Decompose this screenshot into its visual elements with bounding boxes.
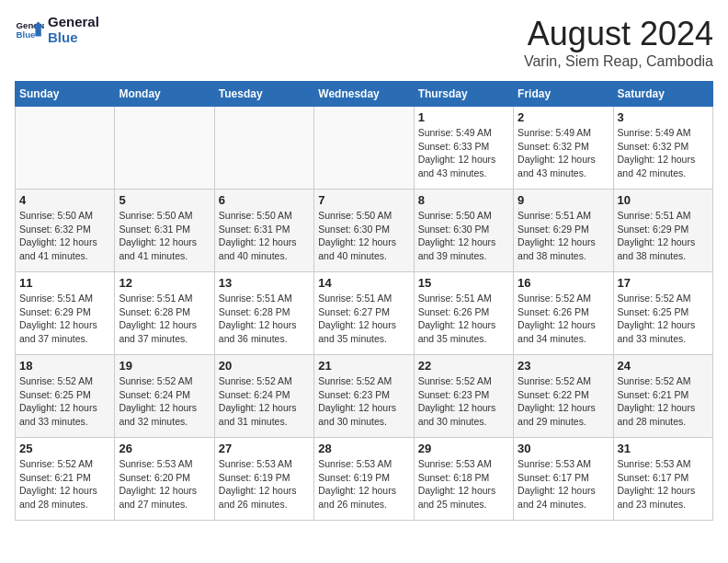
- day-number: 8: [418, 193, 509, 207]
- calendar-cell: 17Sunrise: 5:52 AMSunset: 6:25 PMDayligh…: [613, 272, 712, 355]
- calendar-cell: 9Sunrise: 5:51 AMSunset: 6:29 PMDaylight…: [514, 190, 613, 272]
- calendar-header-wednesday: Wednesday: [314, 82, 414, 107]
- day-number: 25: [19, 442, 110, 455]
- calendar-cell: 20Sunrise: 5:52 AMSunset: 6:24 PMDayligh…: [214, 355, 313, 438]
- day-number: 18: [19, 359, 110, 373]
- day-info: Sunrise: 5:52 AMSunset: 6:25 PMDaylight:…: [618, 292, 709, 346]
- day-number: 30: [518, 442, 609, 455]
- day-number: 17: [618, 276, 709, 290]
- day-info: Sunrise: 5:51 AMSunset: 6:29 PMDaylight:…: [19, 292, 110, 346]
- day-number: 26: [119, 442, 210, 455]
- day-info: Sunrise: 5:53 AMSunset: 6:20 PMDaylight:…: [119, 457, 210, 511]
- day-info: Sunrise: 5:50 AMSunset: 6:30 PMDaylight:…: [418, 209, 509, 263]
- calendar-cell: 25Sunrise: 5:52 AMSunset: 6:21 PMDayligh…: [16, 438, 115, 521]
- day-info: Sunrise: 5:52 AMSunset: 6:26 PMDaylight:…: [518, 292, 609, 346]
- day-info: Sunrise: 5:52 AMSunset: 6:21 PMDaylight:…: [19, 457, 110, 511]
- day-info: Sunrise: 5:51 AMSunset: 6:26 PMDaylight:…: [418, 292, 509, 346]
- calendar-cell: 19Sunrise: 5:52 AMSunset: 6:24 PMDayligh…: [115, 355, 214, 438]
- day-number: 29: [418, 442, 509, 455]
- day-number: 2: [518, 110, 609, 124]
- logo-line2: Blue: [48, 30, 99, 46]
- day-number: 23: [518, 359, 609, 373]
- day-info: Sunrise: 5:52 AMSunset: 6:24 PMDaylight:…: [219, 374, 310, 429]
- day-number: 15: [418, 276, 509, 290]
- calendar-cell: 16Sunrise: 5:52 AMSunset: 6:26 PMDayligh…: [514, 272, 613, 355]
- day-info: Sunrise: 5:49 AMSunset: 6:33 PMDaylight:…: [418, 126, 509, 180]
- calendar-week-row: 1Sunrise: 5:49 AMSunset: 6:33 PMDaylight…: [16, 107, 713, 190]
- day-number: 11: [19, 276, 110, 290]
- day-number: 12: [119, 276, 210, 290]
- day-number: 20: [219, 359, 310, 373]
- day-info: Sunrise: 5:53 AMSunset: 6:19 PMDaylight:…: [219, 457, 310, 511]
- calendar-cell: 11Sunrise: 5:51 AMSunset: 6:29 PMDayligh…: [16, 272, 115, 355]
- day-info: Sunrise: 5:53 AMSunset: 6:18 PMDaylight:…: [418, 457, 509, 511]
- calendar-cell: 1Sunrise: 5:49 AMSunset: 6:33 PMDaylight…: [414, 107, 513, 190]
- calendar-cell: 6Sunrise: 5:50 AMSunset: 6:31 PMDaylight…: [214, 190, 313, 272]
- location-title: Varin, Siem Reap, Cambodia: [524, 53, 713, 70]
- day-number: 1: [418, 110, 509, 124]
- calendar-cell: 23Sunrise: 5:52 AMSunset: 6:22 PMDayligh…: [514, 355, 613, 438]
- calendar-cell: 5Sunrise: 5:50 AMSunset: 6:31 PMDaylight…: [115, 190, 214, 272]
- calendar-cell: 28Sunrise: 5:53 AMSunset: 6:19 PMDayligh…: [314, 438, 414, 521]
- day-info: Sunrise: 5:51 AMSunset: 6:29 PMDaylight:…: [618, 209, 709, 263]
- calendar-cell: 30Sunrise: 5:53 AMSunset: 6:17 PMDayligh…: [514, 438, 613, 521]
- day-info: Sunrise: 5:51 AMSunset: 6:28 PMDaylight:…: [119, 292, 210, 346]
- calendar-header-row: SundayMondayTuesdayWednesdayThursdayFrid…: [16, 82, 713, 107]
- day-number: 9: [518, 193, 609, 207]
- day-number: 14: [318, 276, 409, 290]
- calendar-cell: 26Sunrise: 5:53 AMSunset: 6:20 PMDayligh…: [115, 438, 214, 521]
- day-info: Sunrise: 5:51 AMSunset: 6:28 PMDaylight:…: [219, 292, 310, 346]
- day-number: 3: [618, 110, 709, 124]
- calendar-cell: 7Sunrise: 5:50 AMSunset: 6:30 PMDaylight…: [314, 190, 414, 272]
- day-info: Sunrise: 5:52 AMSunset: 6:23 PMDaylight:…: [418, 374, 509, 429]
- calendar-cell: 3Sunrise: 5:49 AMSunset: 6:32 PMDaylight…: [613, 107, 712, 190]
- calendar-header-tuesday: Tuesday: [214, 82, 313, 107]
- day-info: Sunrise: 5:52 AMSunset: 6:21 PMDaylight:…: [618, 374, 709, 429]
- day-number: 27: [219, 442, 310, 455]
- day-number: 21: [318, 359, 409, 373]
- logo: General Blue General Blue: [15, 15, 99, 45]
- day-info: Sunrise: 5:53 AMSunset: 6:19 PMDaylight:…: [318, 457, 409, 511]
- calendar-cell: 4Sunrise: 5:50 AMSunset: 6:32 PMDaylight…: [16, 190, 115, 272]
- calendar-cell: [16, 107, 115, 190]
- day-info: Sunrise: 5:52 AMSunset: 6:24 PMDaylight:…: [119, 374, 210, 429]
- day-number: 6: [219, 193, 310, 207]
- calendar-cell: 15Sunrise: 5:51 AMSunset: 6:26 PMDayligh…: [414, 272, 513, 355]
- calendar-cell: 24Sunrise: 5:52 AMSunset: 6:21 PMDayligh…: [613, 355, 712, 438]
- calendar-cell: 29Sunrise: 5:53 AMSunset: 6:18 PMDayligh…: [414, 438, 513, 521]
- calendar-week-row: 18Sunrise: 5:52 AMSunset: 6:25 PMDayligh…: [16, 355, 713, 438]
- month-title: August 2024: [524, 15, 713, 53]
- day-number: 22: [418, 359, 509, 373]
- calendar-cell: 2Sunrise: 5:49 AMSunset: 6:32 PMDaylight…: [514, 107, 613, 190]
- day-number: 19: [119, 359, 210, 373]
- calendar-week-row: 4Sunrise: 5:50 AMSunset: 6:32 PMDaylight…: [16, 190, 713, 272]
- day-info: Sunrise: 5:49 AMSunset: 6:32 PMDaylight:…: [518, 126, 609, 180]
- day-info: Sunrise: 5:52 AMSunset: 6:22 PMDaylight:…: [518, 374, 609, 429]
- day-info: Sunrise: 5:53 AMSunset: 6:17 PMDaylight:…: [518, 457, 609, 511]
- day-number: 31: [618, 442, 709, 455]
- calendar-cell: [314, 107, 414, 190]
- calendar-cell: [214, 107, 313, 190]
- logo-line1: General: [48, 15, 99, 30]
- calendar-cell: 10Sunrise: 5:51 AMSunset: 6:29 PMDayligh…: [613, 190, 712, 272]
- calendar-cell: 31Sunrise: 5:53 AMSunset: 6:17 PMDayligh…: [613, 438, 712, 521]
- day-number: 5: [119, 193, 210, 207]
- day-number: 16: [518, 276, 609, 290]
- day-number: 7: [318, 193, 409, 207]
- day-info: Sunrise: 5:50 AMSunset: 6:32 PMDaylight:…: [19, 209, 110, 263]
- day-info: Sunrise: 5:50 AMSunset: 6:31 PMDaylight:…: [219, 209, 310, 263]
- day-info: Sunrise: 5:53 AMSunset: 6:17 PMDaylight:…: [618, 457, 709, 511]
- calendar-cell: 12Sunrise: 5:51 AMSunset: 6:28 PMDayligh…: [115, 272, 214, 355]
- calendar-cell: 18Sunrise: 5:52 AMSunset: 6:25 PMDayligh…: [16, 355, 115, 438]
- day-number: 24: [618, 359, 709, 373]
- day-info: Sunrise: 5:51 AMSunset: 6:27 PMDaylight:…: [318, 292, 409, 346]
- calendar-cell: 27Sunrise: 5:53 AMSunset: 6:19 PMDayligh…: [214, 438, 313, 521]
- day-info: Sunrise: 5:52 AMSunset: 6:23 PMDaylight:…: [318, 374, 409, 429]
- calendar-header-monday: Monday: [115, 82, 214, 107]
- day-info: Sunrise: 5:50 AMSunset: 6:31 PMDaylight:…: [119, 209, 210, 263]
- page-header: General Blue General Blue August 2024 Va…: [15, 15, 713, 70]
- calendar-header-saturday: Saturday: [613, 82, 712, 107]
- calendar-cell: 21Sunrise: 5:52 AMSunset: 6:23 PMDayligh…: [314, 355, 414, 438]
- day-info: Sunrise: 5:51 AMSunset: 6:29 PMDaylight:…: [518, 209, 609, 263]
- day-number: 28: [318, 442, 409, 455]
